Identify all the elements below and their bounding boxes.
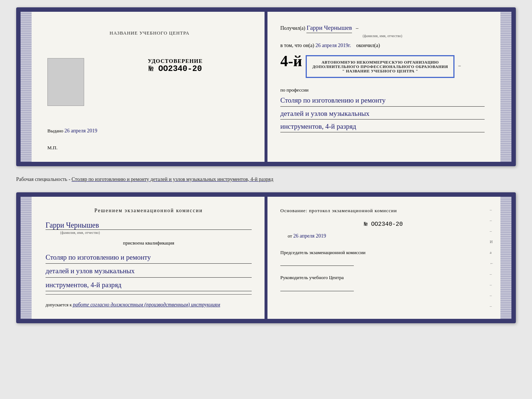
- top-right-page: Получил(а) Гарри Чернышев – (фамилия, им…: [267, 12, 505, 162]
- photo-cert-row: УДОСТОВЕРЕНИЕ № OO2340-20: [47, 58, 252, 106]
- received-line: Получил(а) Гарри Чернышев – (фамилия, им…: [280, 23, 485, 39]
- description-main: Рабочая специальность -: [16, 177, 72, 182]
- allowed-label: допускается к: [46, 302, 72, 307]
- finished-label: окончил(а): [356, 43, 380, 48]
- fio-subtitle-2: (фамилия, имя, отчество): [60, 231, 252, 235]
- cert-info-block: УДОСТОВЕРЕНИЕ № OO2340-20: [99, 58, 252, 74]
- allowed-line: допускается к работе согласно должностны…: [46, 302, 252, 308]
- bottom-right-page: Основание: протокол экзаменационной коми…: [267, 197, 505, 319]
- date-from: от: [288, 233, 292, 239]
- allowed-value: работе согласно должностным (производств…: [73, 302, 220, 307]
- qual-line3: инструментов, 4-й разряд: [46, 279, 252, 291]
- binding-strip-left: [21, 12, 27, 162]
- side-mark-1: –: [490, 207, 494, 212]
- binding-strip-right-2: [505, 197, 511, 319]
- profession-line2: деталей и узлов музыкальных: [280, 108, 485, 120]
- date-value: 26 апреля 2019: [293, 233, 326, 239]
- stamp-line1: АВТОНОМНУЮ НЕКОММЕРЧЕСКУЮ ОРГАНИЗАЦИЮ: [312, 60, 448, 64]
- binding-strip-right: [505, 12, 511, 162]
- protocol-number: № OO2340-20: [280, 221, 486, 228]
- director-block: Руководитель учебного Центра: [280, 273, 486, 291]
- profession-line3: инструментов, 4-й разряд: [280, 121, 485, 132]
- finished-date: 26 апреля 2019г.: [316, 43, 351, 48]
- chairman-block: Председатель экзаменационной комиссии: [280, 248, 486, 266]
- mp-line: М.П.: [47, 145, 252, 151]
- top-left-page: НАЗВАНИЕ УЧЕБНОГО ЦЕНТРА УДОСТОВЕРЕНИЕ №…: [27, 12, 267, 162]
- received-label: Получил(а): [280, 25, 305, 31]
- stamp-big-number: 4-й: [280, 53, 302, 69]
- decision-title: Решением экзаменационной комиссии: [46, 208, 252, 214]
- chairman-label: Председатель экзаменационной комиссии: [280, 248, 486, 257]
- recipient-name: Гарри Чернышев: [306, 23, 352, 33]
- fio-subtitle: (фамилия, имя, отчество): [280, 33, 485, 39]
- side-mark-10: –: [490, 304, 494, 308]
- profession-block: Столяр по изготовлению и ремонту деталей…: [280, 95, 485, 132]
- description-specialty: Столяр по изготовлению и ремонту деталей…: [72, 177, 273, 182]
- person-block: Гарри Чернышев (фамилия, имя, отчество): [46, 221, 252, 235]
- side-mark-5: а: [490, 250, 494, 254]
- photo-placeholder: [47, 58, 84, 106]
- profession-line1: Столяр по изготовлению и ремонту: [280, 95, 485, 106]
- side-mark-3: –: [490, 229, 494, 233]
- bottom-left-page: Решением экзаменационной комиссии Гарри …: [27, 197, 267, 319]
- description-text: Рабочая специальность - Столяр по изгото…: [16, 174, 516, 185]
- by-profession-label: по профессии: [280, 87, 485, 93]
- side-mark-4: И: [490, 239, 494, 244]
- bottom-document-spread: Решением экзаменационной комиссии Гарри …: [16, 192, 516, 323]
- qual-line2: деталей и узлов музыкальных: [46, 265, 252, 277]
- protocol-date: от 26 апреля 2019: [288, 233, 486, 239]
- stamp-line3: " НАЗВАНИЕ УЧЕБНОГО ЦЕНТРА ": [312, 69, 448, 73]
- person-name: Гарри Чернышев: [46, 221, 252, 230]
- side-mark-2: –: [490, 218, 494, 222]
- cert-label: УДОСТОВЕРЕНИЕ: [99, 58, 252, 64]
- director-signature-line: [280, 284, 354, 291]
- side-mark-6: ←: [490, 261, 494, 266]
- qual-line1: Столяр по изготовлению и ремонту: [46, 252, 252, 264]
- qualification-block: Столяр по изготовлению и ремонту деталей…: [46, 252, 252, 291]
- stamp-area: 4-й АВТОНОМНУЮ НЕКОММЕРЧЕСКУЮ ОРГАНИЗАЦИ…: [280, 51, 485, 82]
- in-that-block: в том, что он(а) 26 апреля 2019г. окончи…: [280, 43, 485, 49]
- top-left-title: НАЗВАНИЕ УЧЕБНОГО ЦЕНТРА: [47, 30, 252, 36]
- in-that-label: в том, что он(а): [280, 43, 314, 48]
- assigned-label: присвоена квалификация: [46, 240, 252, 246]
- side-mark-9: –: [490, 293, 494, 298]
- cert-number: № OO2340-20: [99, 64, 252, 74]
- top-document-spread: НАЗВАНИЕ УЧЕБНОГО ЦЕНТРА УДОСТОВЕРЕНИЕ №…: [16, 7, 516, 166]
- issued-line: Выдано 26 апреля 2019: [47, 128, 252, 134]
- issued-label: Выдано: [47, 128, 63, 133]
- right-dash: –: [458, 63, 461, 68]
- side-mark-7: –: [490, 272, 494, 276]
- side-marks: – – – И а ← – – – –: [490, 204, 494, 311]
- chairman-signature-line: [280, 259, 354, 266]
- stamp-line2: ДОПОЛНИТЕЛЬНОГО ПРОФЕССИОНАЛЬНОГО ОБРАЗО…: [312, 64, 448, 69]
- binding-strip-left-2: [21, 197, 27, 319]
- basis-label: Основание: протокол экзаменационной коми…: [280, 208, 486, 214]
- issued-date: 26 апреля 2019: [65, 128, 97, 133]
- director-label: Руководитель учебного Центра: [280, 273, 486, 282]
- side-mark-8: –: [490, 282, 494, 287]
- stamp-box: АВТОНОМНУЮ НЕКОММЕРЧЕСКУЮ ОРГАНИЗАЦИЮ ДО…: [306, 55, 454, 78]
- divider-1: [46, 294, 252, 295]
